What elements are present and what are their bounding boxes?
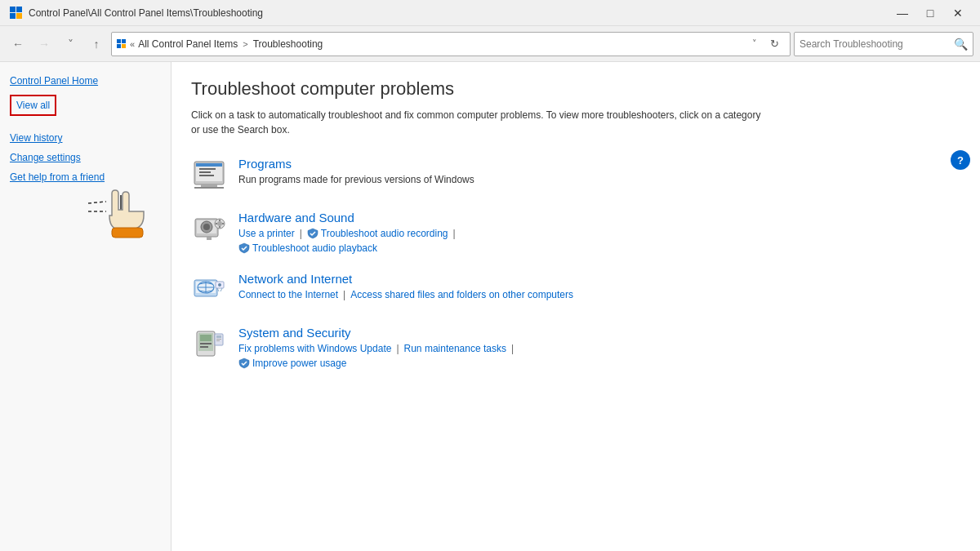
sidebar-get-help[interactable]: Get help from a friend [10,171,161,183]
svg-rect-37 [216,335,221,338]
title-bar-left: Control Panel\All Control Panel Items\Tr… [10,7,263,19]
svg-rect-33 [200,335,212,341]
sidebar: Control Panel Home View all View history… [0,62,172,551]
window-title: Control Panel\All Control Panel Items\Tr… [29,7,263,19]
page-title: Troubleshoot computer problems [191,78,960,100]
fix-windows-update-link[interactable]: Fix problems with Windows Update [238,343,391,354]
address-bar-icon [117,39,127,49]
system-link[interactable]: System and Security [238,326,519,340]
system-icon [191,326,227,362]
maximize-button[interactable]: □ [918,5,942,21]
up-button[interactable]: ↑ [85,33,108,56]
breadcrumb-double-arrow: « [130,39,135,49]
cursor-annotation [72,183,170,259]
navigation-bar: ← → ˅ ↑ « All Control Panel Items > Trou… [0,26,980,62]
svg-point-14 [203,224,210,230]
shield-icon-audio-playback [238,242,250,254]
svg-rect-5 [196,163,222,167]
breadcrumb-part1[interactable]: All Control Panel Items [138,38,238,50]
window-icon [10,7,22,19]
improve-power-usage-link[interactable]: Improve power usage [252,358,346,369]
svg-rect-6 [199,168,216,170]
content-area: Troubleshoot computer problems Click on … [172,62,980,551]
svg-rect-7 [199,171,211,173]
hardware-link[interactable]: Hardware and Sound [238,211,461,224]
use-printer-link[interactable]: Use a printer [238,228,295,239]
svg-rect-9 [201,184,217,187]
svg-rect-2 [112,228,143,238]
svg-rect-39 [216,340,220,341]
svg-point-28 [218,283,221,287]
search-submit-button[interactable]: 🔍 [954,38,968,51]
sidebar-change-settings[interactable]: Change settings [10,152,161,163]
troubleshoot-audio-playback-link[interactable]: Troubleshoot audio playback [252,242,377,254]
network-info: Network and Internet Connect to the Inte… [238,272,573,300]
shield-icon-audio-recording [307,228,318,239]
svg-rect-35 [200,346,208,348]
search-input[interactable] [800,38,954,50]
programs-icon [191,157,227,193]
svg-rect-38 [216,339,221,340]
svg-line-0 [88,202,106,203]
sidebar-view-history[interactable]: View history [10,132,161,144]
recent-locations-button[interactable]: ˅ [59,33,82,56]
access-shared-files-link[interactable]: Access shared files and folders on other… [350,289,573,300]
refresh-button[interactable]: ↻ [764,33,785,55]
hardware-links2: Troubleshoot audio playback [238,242,461,254]
shield-icon-power [238,358,250,369]
network-icon [191,272,227,308]
breadcrumb-separator1: > [243,39,247,49]
svg-rect-15 [207,237,212,240]
svg-line-30 [220,288,222,291]
category-network: Network and Internet Connect to the Inte… [191,272,960,308]
breadcrumb-current: Troubleshooting [253,38,323,50]
svg-rect-10 [194,187,224,189]
forward-button[interactable]: → [33,33,56,56]
category-hardware: Hardware and Sound Use a printer | Troub… [191,211,960,254]
system-links: Fix problems with Windows Update | Run m… [238,343,519,354]
sidebar-view-all[interactable]: View all [10,95,56,116]
category-programs: Programs Run programs made for previous … [191,157,960,193]
svg-rect-34 [200,343,212,344]
page-description: Click on a task to automatically trouble… [191,108,763,137]
network-links: Connect to the Internet | Access shared … [238,289,573,300]
network-link[interactable]: Network and Internet [238,272,573,286]
programs-description: Run programs made for previous versions … [238,174,474,185]
minimize-button[interactable]: — [890,5,915,21]
hardware-info: Hardware and Sound Use a printer | Troub… [238,211,461,254]
title-bar: Control Panel\All Control Panel Items\Tr… [0,0,980,26]
svg-rect-8 [199,175,214,176]
close-button[interactable]: ✕ [946,5,970,21]
hardware-links: Use a printer | Troubleshoot audio recor… [238,228,461,239]
programs-info: Programs Run programs made for previous … [238,157,474,185]
system-info: System and Security Fix problems with Wi… [238,326,519,369]
troubleshoot-audio-recording-link[interactable]: Troubleshoot audio recording [321,228,448,239]
address-bar[interactable]: « All Control Panel Items > Troubleshoot… [111,32,791,56]
main-area: Control Panel Home View all View history… [0,62,980,551]
category-system: System and Security Fix problems with Wi… [191,326,960,369]
address-dropdown-button[interactable]: ˅ [749,38,760,49]
hardware-icon [191,211,227,247]
sidebar-control-panel-home[interactable]: Control Panel Home [10,75,161,87]
run-maintenance-link[interactable]: Run maintenance tasks [404,343,506,354]
programs-link[interactable]: Programs [238,157,474,171]
window-controls: — □ ✕ [890,5,970,21]
system-links2: Improve power usage [238,358,519,369]
svg-point-17 [217,221,222,226]
back-button[interactable]: ← [7,33,29,56]
search-box[interactable]: 🔍 [794,32,973,56]
connect-internet-link[interactable]: Connect to the Internet [238,289,338,300]
help-button[interactable]: ? [951,150,970,170]
